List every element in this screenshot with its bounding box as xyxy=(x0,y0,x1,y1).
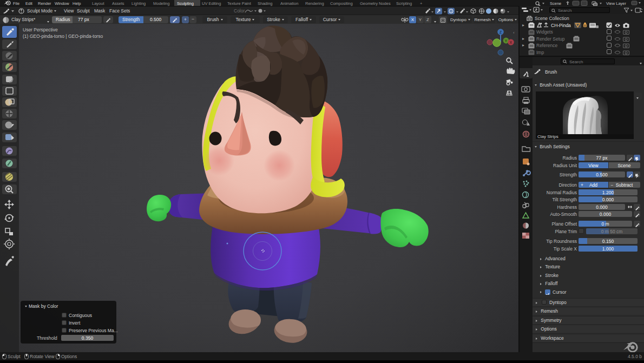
svg-text:Z: Z xyxy=(500,30,502,34)
svg-text:Y: Y xyxy=(505,39,508,43)
svg-text:X: X xyxy=(510,41,512,44)
